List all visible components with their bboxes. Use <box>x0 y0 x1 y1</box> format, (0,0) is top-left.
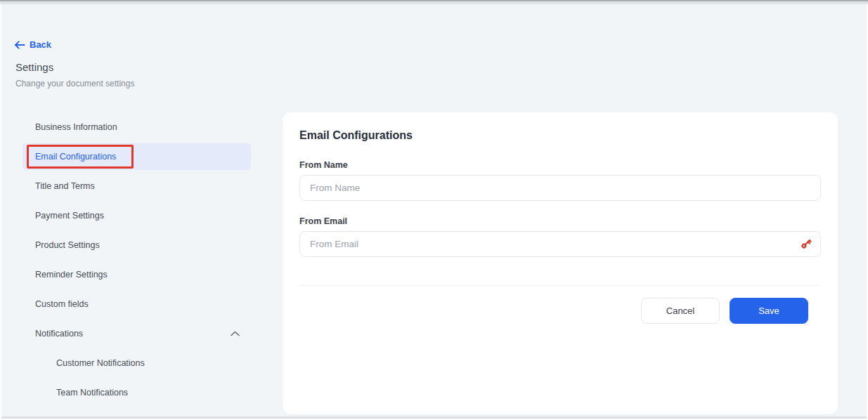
sidebar-item-label: Product Settings <box>35 240 100 250</box>
from-name-input[interactable] <box>299 175 821 201</box>
sidebar-item-label: Notifications <box>35 329 83 339</box>
sidebar-item-label: Business Information <box>35 122 117 132</box>
sidebar-item-reminder-settings[interactable]: Reminder Settings <box>22 260 251 289</box>
sidebar-item-team-notifications[interactable]: Team Notifications <box>22 378 251 407</box>
sidebar-item-label: Email Configurations <box>35 152 116 162</box>
from-email-input[interactable] <box>299 231 821 257</box>
sidebar-item-notifications[interactable]: Notifications <box>22 319 251 348</box>
page-subtitle: Change your document settings <box>15 79 134 88</box>
bottom-edge <box>1 416 867 419</box>
save-button[interactable]: Save <box>730 298 808 324</box>
top-edge-bar <box>0 0 868 4</box>
panel-actions: Cancel Save <box>299 298 821 324</box>
sidebar-item-label: Team Notifications <box>56 388 128 398</box>
sidebar-item-payment-settings[interactable]: Payment Settings <box>22 201 251 230</box>
sidebar-item-label: Custom fields <box>35 299 89 309</box>
sidebar-item-label: Reminder Settings <box>35 270 108 280</box>
sidebar-item-label: Customer Notifications <box>56 358 145 368</box>
chevron-up-icon[interactable] <box>231 331 244 336</box>
panel-title: Email Configurations <box>299 129 821 142</box>
back-button[interactable]: Back <box>14 39 51 50</box>
sidebar-item-title-and-terms[interactable]: Title and Terms <box>22 171 251 201</box>
sidebar-item-product-settings[interactable]: Product Settings <box>22 230 251 260</box>
sidebar-item-customer-notifications[interactable]: Customer Notifications <box>22 348 251 378</box>
sidebar-item-business-information[interactable]: Business Information <box>22 112 251 142</box>
settings-sidebar: Business Information Email Configuration… <box>22 112 251 407</box>
sidebar-item-label: Title and Terms <box>35 181 95 191</box>
from-email-label: From Email <box>299 216 821 226</box>
page-title: Settings <box>15 61 53 73</box>
page-background: Back Settings Change your document setti… <box>1 0 867 419</box>
cancel-button[interactable]: Cancel <box>641 298 720 324</box>
arrow-left-icon <box>14 40 25 50</box>
from-name-label: From Name <box>299 160 821 170</box>
email-configurations-panel: Email Configurations From Name From Emai… <box>283 112 838 414</box>
sidebar-item-custom-fields[interactable]: Custom fields <box>22 289 251 319</box>
back-label: Back <box>30 39 51 50</box>
sidebar-item-label: Payment Settings <box>35 211 104 221</box>
sidebar-item-email-configurations[interactable]: Email Configurations <box>22 143 251 170</box>
panel-divider <box>299 285 821 286</box>
